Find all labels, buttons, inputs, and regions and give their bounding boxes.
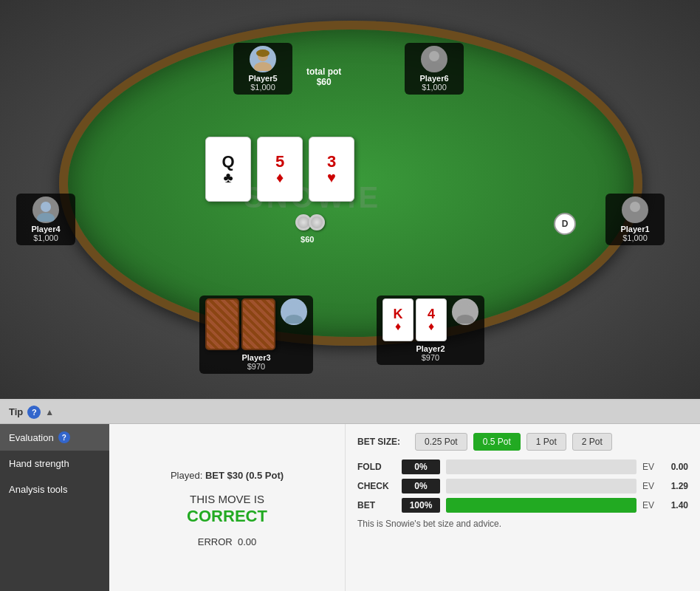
bet-btn-2[interactable]: 2 Pot	[572, 433, 612, 451]
player4-box: Player4 $1,000	[16, 194, 75, 245]
player2-name: Player2	[382, 344, 478, 353]
bet-btn-05[interactable]: 0.5 Pot	[473, 433, 521, 451]
correct-label: CORRECT	[187, 507, 267, 526]
pot-label: total pot	[306, 66, 341, 77]
left-sidebar: Evaluation ? Hand strength Analysis tool…	[0, 424, 109, 591]
svg-point-3	[429, 51, 439, 61]
sidebar-evaluation-help[interactable]: ?	[58, 431, 70, 443]
player3-card-2	[241, 298, 275, 350]
bet-size-row: BET SIZE: 0.25 Pot 0.5 Pot 1 Pot 2 Pot	[357, 433, 688, 451]
player2-card-1: K ♦	[382, 298, 414, 341]
player2-card-2: 4 ♦	[416, 298, 447, 341]
player2-stack: $970	[382, 353, 478, 362]
action-fold-name: FOLD	[357, 462, 396, 472]
move-correct-text: THIS MOVE IS	[190, 493, 264, 505]
error-label: ERROR	[198, 536, 233, 547]
player4-stack: $1,000	[22, 233, 69, 242]
error-text: ERROR 0.00	[198, 536, 257, 547]
bet-btn-025[interactable]: 0.25 Pot	[415, 433, 467, 451]
svg-point-8	[626, 213, 644, 222]
sidebar-item-evaluation[interactable]: Evaluation ?	[0, 424, 109, 451]
action-row-bet: BET 100% EV 1.40	[357, 498, 688, 513]
player6-box: Player6 $1,000	[405, 43, 464, 95]
card-rank-1: Q	[222, 154, 234, 170]
player3-box: Player3 $970	[199, 296, 313, 374]
card-rank-2: 5	[275, 154, 284, 170]
action-bet-pct: 100%	[402, 498, 440, 513]
tip-label: Tip	[9, 406, 23, 417]
svg-point-12	[456, 315, 474, 324]
player3-name: Player3	[205, 353, 307, 362]
panel-body: Evaluation ? Hand strength Analysis tool…	[0, 424, 700, 591]
svg-point-9	[289, 304, 299, 314]
svg-point-2	[256, 49, 270, 57]
action-bet-name: BET	[357, 500, 396, 510]
action-bet-bar	[446, 498, 636, 513]
player1-stack: $1,000	[611, 233, 659, 242]
card-suit-3: ♥	[327, 170, 336, 185]
community-card-3: 3 ♥	[309, 137, 354, 202]
community-cards: Q ♣ 5 ♦ 3 ♥	[205, 137, 354, 202]
tip-chevron[interactable]: ▲	[45, 407, 54, 417]
player1-name: Player1	[611, 225, 659, 233]
sidebar-item-analysis-tools[interactable]: Analysis tools	[0, 476, 109, 502]
action-fold-bar	[446, 460, 636, 474]
svg-point-6	[37, 213, 55, 222]
player5-stack: $1,000	[239, 83, 286, 92]
bet-btn-1[interactable]: 1 Pot	[526, 433, 566, 451]
dealer-button: D	[554, 213, 576, 235]
action-bet-ev-value: 1.40	[663, 500, 688, 510]
player4-name: Player4	[22, 225, 69, 233]
player6-stack: $1,000	[411, 83, 458, 92]
svg-point-11	[460, 304, 470, 314]
player5-box: Player5 $1,000	[233, 43, 292, 95]
player6-name: Player6	[411, 74, 458, 83]
action-check-bar	[446, 479, 636, 493]
svg-point-7	[630, 202, 640, 212]
played-action: BET $30 (0.5 Pot)	[205, 470, 284, 481]
sidebar-hand-strength-label: Hand strength	[9, 458, 69, 469]
svg-point-10	[285, 315, 303, 324]
action-fold-pct: 0%	[402, 460, 440, 474]
bet-size-label: BET SIZE:	[357, 437, 409, 447]
card-suit-2: ♦	[276, 170, 284, 185]
action-bet-ev-label: EV	[642, 500, 657, 510]
snowie-advice: This is Snowie's bet size and advice.	[357, 519, 688, 529]
card-rank-3: 3	[327, 154, 336, 170]
player5-name: Player5	[239, 74, 286, 83]
chip-amount: $60	[295, 235, 319, 244]
action-fold-ev-value: 0.00	[663, 462, 688, 472]
player5-avatar	[250, 46, 276, 72]
sidebar-analysis-tools-label: Analysis tools	[9, 484, 67, 495]
action-bet-bar-fill	[446, 498, 636, 513]
bottom-panel: Tip ? ▲ Evaluation ? Hand strength Analy…	[0, 399, 700, 591]
action-row-check: CHECK 0% EV 1.29	[357, 479, 688, 493]
player4-avatar	[32, 197, 59, 223]
svg-point-5	[41, 202, 51, 212]
player2-avatar	[452, 298, 478, 325]
action-row-fold: FOLD 0% EV 0.00	[357, 460, 688, 474]
sidebar-evaluation-label: Evaluation	[9, 432, 54, 443]
community-card-1: Q ♣	[205, 137, 251, 202]
player1-avatar	[622, 197, 648, 223]
player6-avatar	[421, 46, 447, 72]
svg-point-1	[254, 62, 272, 71]
card-suit-1: ♣	[223, 170, 233, 185]
community-card-2: 5 ♦	[257, 137, 303, 202]
player1-box: Player1 $1,000	[605, 194, 665, 245]
action-fold-ev-label: EV	[642, 462, 657, 472]
chips-display: $60	[295, 214, 319, 244]
sidebar-item-hand-strength[interactable]: Hand strength	[0, 451, 109, 476]
svg-point-4	[425, 62, 443, 71]
action-check-name: CHECK	[357, 481, 396, 491]
pot-amount: $60	[306, 77, 341, 87]
played-text: Played: BET $30 (0.5 Pot)	[171, 470, 284, 481]
player3-avatar	[281, 298, 307, 325]
tip-help-button[interactable]: ?	[27, 406, 41, 419]
action-check-pct: 0%	[402, 479, 440, 493]
analysis-panel: BET SIZE: 0.25 Pot 0.5 Pot 1 Pot 2 Pot F…	[346, 424, 700, 591]
error-value: 0.00	[238, 536, 256, 547]
tip-bar: Tip ? ▲	[0, 400, 700, 424]
player2-box: K ♦ 4 ♦ Player2 $970	[377, 296, 484, 365]
player3-stack: $970	[205, 362, 307, 371]
